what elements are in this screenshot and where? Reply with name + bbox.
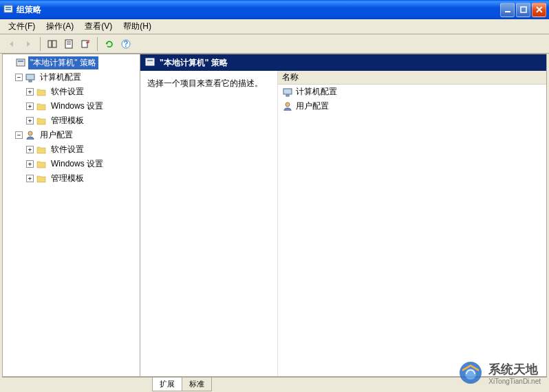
properties-button[interactable] <box>61 36 76 52</box>
svg-rect-13 <box>17 59 25 66</box>
details-header: "本地计算机" 策略 <box>140 54 546 71</box>
tree-user-software[interactable]: + 软件设置 <box>4 142 138 157</box>
expand-icon[interactable]: + <box>26 102 34 110</box>
tree-user-templates[interactable]: + 管理模板 <box>4 171 138 186</box>
refresh-button[interactable] <box>102 36 117 52</box>
details-header-text: "本地计算机" 策略 <box>160 57 228 69</box>
computer-icon <box>25 72 36 83</box>
forward-button <box>21 36 36 52</box>
svg-point-22 <box>286 102 290 107</box>
tree-label[interactable]: Windows 设置 <box>49 100 105 113</box>
app-icon <box>3 4 14 15</box>
svg-rect-3 <box>505 11 510 12</box>
back-button <box>4 36 19 52</box>
window-controls: ✕ <box>500 3 546 17</box>
tab-extended[interactable]: 扩展 <box>152 378 182 391</box>
expander-none <box>6 59 13 67</box>
toolbar-separator <box>97 37 98 51</box>
svg-rect-10 <box>82 41 87 47</box>
maximize-button[interactable] <box>516 3 530 17</box>
folder-icon <box>36 159 47 170</box>
svg-point-17 <box>28 131 32 135</box>
watermark: 系统天地 XiTongTianDi.net <box>457 359 541 386</box>
menu-file[interactable]: 文件(F) <box>3 19 41 34</box>
toolbar-separator <box>40 37 41 51</box>
list-item-user-config[interactable]: 用户配置 <box>278 99 546 113</box>
expand-icon[interactable]: + <box>26 175 34 182</box>
svg-rect-4 <box>521 7 526 12</box>
svg-rect-20 <box>283 89 292 94</box>
watermark-url: XiTongTianDi.net <box>488 378 541 385</box>
tree-label[interactable]: 用户配置 <box>38 129 75 142</box>
tree-label[interactable]: 管理模板 <box>49 114 86 127</box>
tree-computer-config[interactable]: − 计算机配置 <box>4 70 138 85</box>
toggle-tree-button[interactable] <box>45 36 60 52</box>
svg-rect-21 <box>286 95 289 96</box>
help-button[interactable]: ? <box>118 36 133 52</box>
details-body: 选择一个项目来查看它的描述。 名称 计算机配置 用户配置 <box>140 71 546 376</box>
tree-user-windows[interactable]: + Windows 设置 <box>4 157 138 171</box>
list-item-computer-config[interactable]: 计算机配置 <box>278 85 546 99</box>
folder-icon <box>36 87 47 98</box>
watermark-brand: 系统天地 <box>488 361 541 378</box>
tree-root[interactable]: "本地计算机" 策略 <box>4 56 138 70</box>
svg-rect-2 <box>6 9 11 10</box>
close-button[interactable]: ✕ <box>532 3 546 17</box>
tree-computer-templates[interactable]: + 管理模板 <box>4 113 138 128</box>
menu-action[interactable]: 操作(A) <box>41 19 79 34</box>
expand-icon[interactable]: + <box>26 160 34 168</box>
folder-icon <box>36 116 47 127</box>
collapse-icon[interactable]: − <box>15 74 23 81</box>
expand-icon[interactable]: + <box>26 146 34 153</box>
menu-help[interactable]: 帮助(H) <box>118 19 157 34</box>
tree-label[interactable]: Windows 设置 <box>49 157 105 171</box>
content-area: "本地计算机" 策略 − 计算机配置 + 软件设置 + Windows 设置 +… <box>2 54 547 377</box>
list-column: 名称 计算机配置 用户配置 <box>278 71 546 376</box>
folder-icon <box>36 101 47 112</box>
svg-rect-18 <box>146 58 154 65</box>
export-button[interactable] <box>78 36 93 52</box>
list-column-header[interactable]: 名称 <box>278 71 546 85</box>
column-name-header: 名称 <box>282 72 299 83</box>
expand-icon[interactable]: + <box>26 117 34 124</box>
svg-rect-1 <box>6 7 11 8</box>
watermark-text-block: 系统天地 XiTongTianDi.net <box>488 361 541 385</box>
minimize-button[interactable] <box>500 3 515 17</box>
list-item-label: 用户配置 <box>296 100 329 112</box>
menu-view[interactable]: 查看(V) <box>79 19 118 34</box>
collapse-icon[interactable]: − <box>15 131 23 139</box>
tree-label[interactable]: 软件设置 <box>49 85 86 98</box>
tree-panel[interactable]: "本地计算机" 策略 − 计算机配置 + 软件设置 + Windows 设置 +… <box>3 54 140 376</box>
tab-standard[interactable]: 标准 <box>182 378 212 391</box>
tree-label[interactable]: 计算机配置 <box>38 71 83 84</box>
details-panel: "本地计算机" 策略 选择一个项目来查看它的描述。 名称 计算机配置 用户配置 <box>140 54 546 376</box>
description-text: 选择一个项目来查看它的描述。 <box>147 78 270 89</box>
tree-label[interactable]: 软件设置 <box>49 143 86 156</box>
tree-root-label[interactable]: "本地计算机" 策略 <box>28 56 98 69</box>
svg-rect-6 <box>52 41 56 47</box>
policy-icon <box>144 57 155 68</box>
svg-rect-14 <box>18 61 23 62</box>
tree-label[interactable]: 管理模板 <box>49 172 86 185</box>
title-bar: 组策略 ✕ <box>0 0 549 19</box>
menu-bar: 文件(F) 操作(A) 查看(V) 帮助(H) <box>0 19 549 34</box>
window-title: 组策略 <box>17 4 500 16</box>
user-icon <box>282 101 293 112</box>
description-column: 选择一个项目来查看它的描述。 <box>140 71 278 376</box>
expand-icon[interactable]: + <box>26 88 34 96</box>
watermark-logo-icon <box>457 359 484 386</box>
svg-rect-16 <box>29 80 32 82</box>
user-icon <box>25 130 36 141</box>
svg-rect-5 <box>48 41 52 47</box>
tree-user-config[interactable]: − 用户配置 <box>4 128 138 142</box>
toolbar: ? <box>0 34 549 54</box>
svg-rect-19 <box>147 60 153 61</box>
svg-rect-15 <box>26 74 34 80</box>
tree-computer-windows[interactable]: + Windows 设置 <box>4 99 138 113</box>
list-item-label: 计算机配置 <box>296 86 337 98</box>
tree-computer-software[interactable]: + 软件设置 <box>4 85 138 99</box>
computer-icon <box>282 87 293 98</box>
folder-icon <box>36 144 47 155</box>
folder-icon <box>36 173 47 184</box>
svg-text:?: ? <box>123 39 128 49</box>
